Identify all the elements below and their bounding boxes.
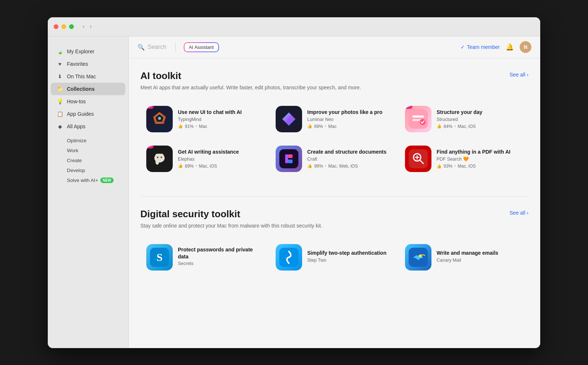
sidebar-item-how-tos[interactable]: 💡 How-tos	[51, 95, 125, 108]
pdfsearch-meta: 👍 93% • Mac, iOS	[437, 164, 523, 169]
svg-rect-6	[412, 115, 424, 118]
check-icon: ✓	[460, 44, 465, 50]
luminar-name: Luminar Neo	[307, 117, 393, 122]
secrets-info: Protect passwords and private data Secre…	[178, 246, 264, 268]
sidebar-sub-optimize[interactable]: Optimize	[51, 136, 125, 146]
sidebar-item-all-apps[interactable]: ◆ All Apps	[51, 120, 125, 133]
app-card-canarymail[interactable]: Write and manage emails Canary Mail	[399, 237, 528, 277]
craft-rating: 96%	[314, 164, 323, 169]
svg-point-15	[161, 157, 162, 158]
app-card-elephas[interactable]: AI+ Get AI writing assistance Elephas 👍 …	[140, 139, 270, 179]
pdfsearch-name-text: PDF Search	[437, 157, 462, 162]
sidebar-sub-label-develop: Develop	[67, 168, 85, 173]
sidebar-label-app-guides: App Guides	[67, 111, 94, 117]
notification-bell-icon[interactable]: 🔔	[506, 43, 514, 51]
top-bar-right: ✓ Team member 🔔 N	[460, 41, 531, 53]
minimize-button[interactable]	[61, 24, 66, 29]
ai-toolkit-see-all[interactable]: See all ›	[510, 70, 528, 78]
digital-security-see-all-label: See all	[510, 210, 526, 216]
app-card-craft[interactable]: Create and structure documents Craft 👍 9…	[270, 139, 399, 179]
craft-name: Craft	[307, 157, 393, 162]
thumb-up-icon: 👍	[178, 124, 183, 129]
sidebar-label-how-tos: How-tos	[67, 99, 86, 104]
sidebar-item-on-this-mac[interactable]: ⬇ On This Mac	[51, 70, 125, 83]
typingmind-svg	[151, 110, 168, 128]
user-avatar[interactable]: N	[520, 41, 531, 53]
digital-security-title: Digital security toolkit	[140, 208, 240, 220]
svg-point-13	[159, 154, 164, 160]
app-icon-luminar	[276, 106, 302, 132]
steptwo-name: Step Two	[307, 258, 393, 263]
luminar-info: Improve your photos like a pro Luminar N…	[307, 109, 393, 129]
secrets-name: Secrets	[178, 261, 264, 266]
nav-forward-button[interactable]: ›	[88, 22, 93, 31]
thumb-up-icon-3: 👍	[437, 124, 442, 129]
craft-svg	[279, 149, 298, 168]
top-bar: 🔍 Search AI Assistant ✓ Team member 🔔 N	[129, 36, 540, 58]
ai-assistant-badge[interactable]: AI Assistant	[184, 43, 218, 51]
sidebar-label-favorites: Favorites	[67, 61, 88, 67]
sidebar-sub-work[interactable]: Work	[51, 146, 125, 155]
svg-marker-4	[282, 112, 295, 126]
app-card-typingmind[interactable]: AI+ Use new UI to chat with AI TypingMin…	[140, 99, 270, 139]
dot-separator-2: •	[325, 124, 326, 129]
ai-badge-label: AI Assistant	[184, 43, 218, 51]
sidebar-item-app-guides[interactable]: 📋 App Guides	[51, 108, 125, 120]
digital-security-see-all[interactable]: See all ›	[510, 208, 528, 216]
close-button[interactable]	[54, 24, 58, 29]
thumb-up-icon-6: 👍	[437, 164, 442, 169]
search-area[interactable]: 🔍 Search	[137, 44, 166, 51]
pdfsearch-name-wrap: PDF Search 🧡	[437, 156, 523, 162]
structured-meta: 👍 84% • Mac, iOS	[437, 124, 523, 129]
app-icon-canarymail	[405, 244, 431, 271]
luminar-title: Improve your photos like a pro	[307, 109, 393, 115]
app-card-structured[interactable]: AI+ Structure your day Structured 👍 84% …	[399, 99, 528, 139]
ai-toolkit-section: AI toolkit See all › Meet AI apps that a…	[140, 70, 528, 179]
ai-toolkit-subtitle: Meet AI apps that are actually useful. W…	[140, 85, 528, 90]
digital-security-header: Digital security toolkit See all ›	[140, 208, 528, 220]
craft-info: Create and structure documents Craft 👍 9…	[307, 148, 393, 168]
app-card-secrets[interactable]: S Protect passwords and private data Sec…	[140, 237, 270, 277]
app-card-pdfsearch[interactable]: Find anything in a PDF with AI PDF Searc…	[399, 139, 528, 179]
thumb-up-icon-4: 👍	[178, 164, 183, 168]
search-divider	[175, 43, 176, 51]
team-member-button[interactable]: ✓ Team member	[460, 44, 500, 50]
secrets-svg: S	[150, 248, 169, 267]
dot-separator: •	[196, 124, 197, 129]
structured-title: Structure your day	[437, 109, 523, 115]
luminar-svg	[279, 110, 298, 129]
sidebar-item-collections[interactable]: 📁 Collections	[51, 83, 125, 95]
ai-toolkit-apps-grid: AI+ Use new UI to chat with AI TypingMin…	[140, 99, 528, 179]
sidebar-sub-solve-ai[interactable]: Solve with AI+ NEW	[51, 175, 125, 185]
sidebar-item-favorites[interactable]: ♥ Favorites	[51, 58, 125, 70]
content-scroll[interactable]: AI toolkit See all › Meet AI apps that a…	[129, 58, 540, 348]
leaf-icon: 🍃	[57, 48, 63, 55]
pdfsearch-svg	[409, 149, 428, 168]
ai-toolkit-see-all-label: See all	[510, 72, 526, 78]
heart-icon: ♥	[57, 61, 63, 67]
app-card-luminar[interactable]: Improve your photos like a pro Luminar N…	[270, 99, 399, 139]
svg-point-14	[157, 157, 158, 158]
luminar-platform: Mac	[328, 124, 337, 129]
digital-security-title-wrap: Digital security toolkit	[140, 208, 240, 220]
svg-rect-20	[409, 149, 428, 168]
pdfsearch-heart-icon: 🧡	[463, 157, 469, 162]
pdfsearch-rating: 93%	[444, 164, 452, 169]
app-icon-secrets: S	[146, 244, 173, 271]
dot-separator-6: •	[454, 164, 456, 169]
sidebar-sub-create[interactable]: Create	[51, 155, 125, 165]
nav-back-button[interactable]: ‹	[81, 22, 86, 31]
typingmind-rating: 91%	[185, 124, 194, 129]
sidebar-sub-develop[interactable]: Develop	[51, 165, 125, 175]
sidebar-label-collections: Collections	[67, 86, 94, 92]
digital-security-apps-grid: S Protect passwords and private data Sec…	[140, 237, 528, 277]
app-card-steptwo[interactable]: Simplify two-step authentication Step Tw…	[270, 237, 399, 277]
sidebar-sub-label-create: Create	[67, 158, 82, 163]
sidebar-item-my-explorer[interactable]: 🍃 My Explorer	[51, 45, 125, 58]
sidebar-sub-section: Optimize Work Create Develop Solve with …	[48, 136, 128, 185]
digital-security-section: Digital security toolkit See all › Stay …	[140, 208, 528, 277]
luminar-meta: 👍 89% • Mac	[307, 124, 393, 129]
chevron-right-icon: ›	[527, 72, 528, 78]
sidebar-label-my-explorer: My Explorer	[67, 49, 94, 54]
maximize-button[interactable]	[69, 24, 74, 29]
